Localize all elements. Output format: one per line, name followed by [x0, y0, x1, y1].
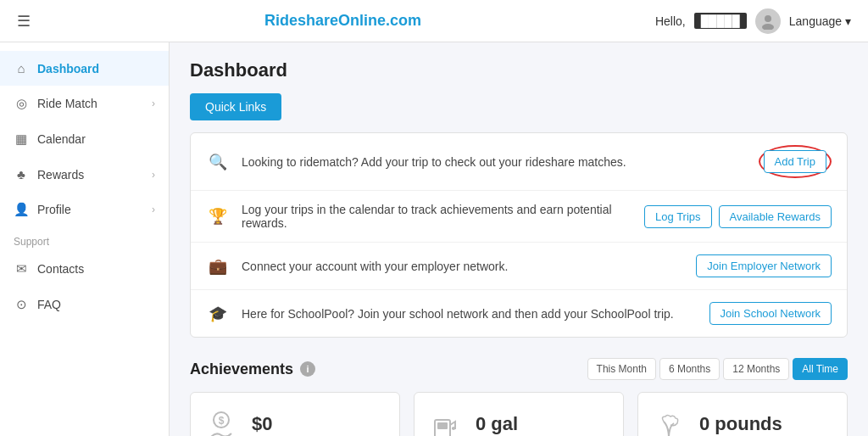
- employer-text: Connect your account with your employer …: [242, 260, 684, 273]
- achievement-cards: $ $0 Money saved: [190, 392, 848, 436]
- school-actions: Join School Network: [709, 302, 832, 325]
- home-icon: ⌂: [14, 61, 29, 75]
- hamburger-icon[interactable]: ☰: [17, 12, 31, 31]
- calendar-icon: ▦: [14, 131, 29, 147]
- sidebar-label-profile: Profile: [37, 203, 71, 216]
- available-rewards-button[interactable]: Available Rewards: [719, 205, 832, 228]
- hello-text: Hello,: [655, 14, 686, 28]
- achievement-card-co2: 0 pounds CO2 saved: [637, 392, 848, 436]
- nav-left: ☰: [17, 12, 31, 31]
- chevron-profile-icon: ›: [152, 204, 155, 215]
- quick-link-row-ridematch: 🔍 Looking to ridematch? Add your trip to…: [191, 133, 847, 191]
- co2-info: 0 pounds CO2 saved: [699, 413, 782, 437]
- quick-link-row-school: 🎓 Here for SchoolPool? Join your school …: [191, 290, 847, 337]
- svg-point-0: [765, 15, 771, 22]
- sidebar-item-profile[interactable]: 👤 Profile ›: [0, 192, 169, 227]
- log-trips-button[interactable]: Log Trips: [644, 205, 711, 228]
- co2-value: 0 pounds: [699, 413, 782, 435]
- quick-link-row-log-trips: 🏆 Log your trips in the calendar to trac…: [191, 191, 847, 243]
- gasoline-value: 0 gal: [476, 413, 518, 435]
- employer-actions: Join Employer Network: [696, 254, 832, 277]
- chevron-icon: ›: [152, 98, 155, 109]
- school-text: Here for SchoolPool? Join your school ne…: [242, 307, 698, 321]
- sidebar-label-calendar: Calendar: [37, 132, 86, 146]
- join-employer-button[interactable]: Join Employer Network: [696, 254, 832, 277]
- achievement-card-gasoline: 0 gal Gasoline saved: [414, 392, 624, 436]
- money-icon: $: [204, 410, 238, 436]
- sidebar-label-dashboard: Dashboard: [37, 62, 99, 75]
- search-icon: 🔍: [206, 153, 230, 171]
- sidebar-item-rewards[interactable]: ♣ Rewards ›: [0, 157, 169, 192]
- page-title: Dashboard: [190, 59, 848, 81]
- nav-right: Hello, █████ Language ▾: [655, 8, 851, 34]
- support-section-label: Support: [0, 227, 169, 251]
- quick-links-button[interactable]: Quick Links: [190, 93, 281, 120]
- svg-text:$: $: [219, 415, 225, 427]
- ridematch-text: Looking to ridematch? Add your trip to c…: [242, 155, 747, 169]
- brand-name: RideshareOnline.com: [264, 12, 421, 30]
- time-filters: This Month 6 Months 12 Months All Time: [587, 358, 848, 380]
- sidebar-item-dashboard[interactable]: ⌂ Dashboard: [0, 51, 169, 86]
- top-nav: ☰ RideshareOnline.com Hello, █████ Langu…: [0, 0, 868, 42]
- ridematch-actions: Add Trip: [759, 145, 832, 178]
- log-trips-text: Log your trips in the calendar to track …: [242, 203, 632, 230]
- trophy-icon: 🏆: [206, 207, 230, 226]
- avatar[interactable]: [755, 8, 781, 34]
- add-trip-circle: Add Trip: [759, 145, 832, 178]
- ride-match-icon: ◎: [14, 96, 29, 111]
- layout: ⌂ Dashboard ◎ Ride Match › ▦ Calendar ♣ …: [0, 42, 868, 436]
- gasoline-info: 0 gal Gasoline saved: [476, 413, 552, 437]
- school-icon: 🎓: [206, 305, 230, 323]
- sidebar-label-contacts: Contacts: [37, 262, 84, 276]
- info-icon: i: [300, 361, 315, 377]
- svg-rect-6: [437, 422, 448, 429]
- achievement-card-money: $ $0 Money saved: [190, 392, 400, 436]
- sidebar-label-ride-match: Ride Match: [37, 97, 97, 110]
- svg-point-7: [452, 427, 455, 430]
- sidebar-item-calendar[interactable]: ▦ Calendar: [0, 121, 169, 157]
- briefcase-icon: 💼: [206, 257, 230, 276]
- sidebar-item-ride-match[interactable]: ◎ Ride Match ›: [0, 86, 169, 121]
- filter-6-months[interactable]: 6 Months: [659, 358, 720, 380]
- language-selector[interactable]: Language ▾: [789, 14, 851, 28]
- svg-point-1: [762, 24, 774, 30]
- sidebar-item-contacts[interactable]: ✉ Contacts: [0, 251, 169, 287]
- sidebar: ⌂ Dashboard ◎ Ride Match › ▦ Calendar ♣ …: [0, 42, 170, 436]
- rewards-icon: ♣: [14, 167, 29, 182]
- achievements-title: Achievements i: [190, 361, 315, 378]
- money-info: $0 Money saved: [252, 413, 317, 437]
- user-name: █████: [694, 13, 747, 29]
- filter-12-months[interactable]: 12 Months: [723, 358, 789, 380]
- sidebar-item-faq[interactable]: ⊙ FAQ: [0, 287, 169, 322]
- join-school-button[interactable]: Join School Network: [709, 302, 832, 325]
- filter-all-time[interactable]: All Time: [793, 358, 848, 380]
- quick-link-row-employer: 💼 Connect your account with your employe…: [191, 243, 847, 290]
- filter-this-month[interactable]: This Month: [587, 358, 656, 380]
- faq-icon: ⊙: [14, 297, 29, 312]
- main-content: Dashboard Quick Links 🔍 Looking to ridem…: [170, 42, 868, 436]
- chevron-rewards-icon: ›: [152, 169, 155, 181]
- profile-icon: 👤: [14, 202, 29, 217]
- sidebar-label-faq: FAQ: [37, 298, 61, 311]
- co2-icon: [652, 410, 686, 436]
- money-value: $0: [252, 413, 272, 435]
- sidebar-label-rewards: Rewards: [37, 168, 84, 182]
- contacts-icon: ✉: [14, 261, 29, 277]
- add-trip-button[interactable]: Add Trip: [764, 150, 826, 173]
- quick-links-card: 🔍 Looking to ridematch? Add your trip to…: [190, 132, 848, 338]
- log-trips-actions: Log Trips Available Rewards: [644, 205, 832, 228]
- achievements-header: Achievements i This Month 6 Months 12 Mo…: [190, 358, 848, 380]
- gasoline-icon: [428, 410, 462, 436]
